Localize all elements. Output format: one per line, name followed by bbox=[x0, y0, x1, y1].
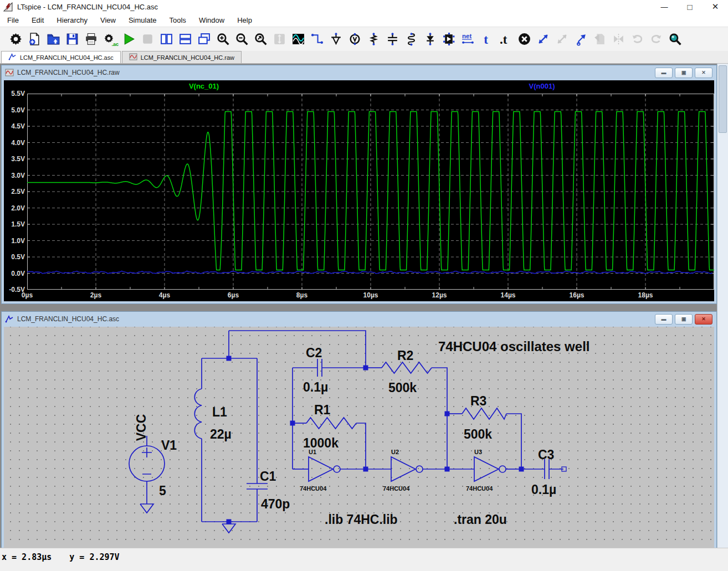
schematic-window-titlebar[interactable]: LCM_FRANCLIN_HCU04_HC.asc ▬ ▣ ✕ bbox=[2, 312, 716, 326]
wire-icon bbox=[310, 32, 324, 46]
toolbar-autorange-y-axis-button[interactable] bbox=[289, 30, 307, 48]
net-label-vcc[interactable]: VCC bbox=[134, 414, 148, 441]
toolbar-zoom-full-extents-button[interactable] bbox=[252, 30, 269, 48]
autorange-y-axis-icon bbox=[291, 32, 305, 46]
toolbar-find-button[interactable] bbox=[666, 30, 684, 48]
toolbar-spice-netlist-button[interactable]: net bbox=[459, 30, 476, 48]
wave-minimize-button[interactable]: ▬ bbox=[655, 68, 673, 78]
waveform-window-titlebar[interactable]: LCM_FRANCLIN_HCU04_HC.raw ▬ ▣ ✕ bbox=[2, 65, 716, 80]
mdi-scrollbar-thumb[interactable] bbox=[719, 65, 727, 133]
toolbar-delete-button[interactable] bbox=[515, 30, 533, 48]
toolbar-zoom-out-button[interactable] bbox=[233, 30, 250, 48]
toolbar-ground-button[interactable] bbox=[327, 30, 345, 48]
ref-C3[interactable]: C3 bbox=[538, 447, 554, 462]
legend-V(nc_01)[interactable]: V(nc_01) bbox=[168, 82, 240, 90]
value-C3[interactable]: 0.1µ bbox=[531, 482, 556, 497]
toolbar-diode-button[interactable] bbox=[421, 30, 439, 48]
trace-v-n001[interactable] bbox=[27, 271, 712, 274]
waveform-plot[interactable] bbox=[27, 94, 714, 290]
toolbar-new-schematic-button[interactable] bbox=[25, 30, 43, 48]
cursor-x-readout: x = 2.83µs bbox=[2, 552, 52, 562]
sch-restore-button[interactable]: ▣ bbox=[675, 314, 693, 325]
x-axis-label: 8µs bbox=[286, 291, 317, 299]
spice-directive-lib[interactable]: .lib 74HC.lib bbox=[325, 512, 398, 527]
wave-restore-button[interactable]: ▣ bbox=[675, 68, 693, 78]
value-L1[interactable]: 22µ bbox=[210, 427, 232, 441]
toolbar-tile-vertically-button[interactable] bbox=[157, 30, 175, 48]
titlebar[interactable]: LTspice - LCM_FRANCLIN_HCU04_HC.asc — □ … bbox=[0, 0, 728, 13]
window-title: LTspice - LCM_FRANCLIN_HCU04_HC.asc bbox=[17, 3, 158, 11]
toolbar-resistor-button[interactable] bbox=[365, 30, 382, 48]
value-U1[interactable]: 74HCU04 bbox=[300, 485, 327, 492]
toolbar-edit-simulation-cmd-button[interactable]: .ac bbox=[101, 30, 119, 48]
value-U3[interactable]: 74HCU04 bbox=[466, 485, 493, 492]
value-R3[interactable]: 500k bbox=[464, 427, 492, 441]
menu-tools[interactable]: Tools bbox=[165, 14, 191, 26]
schematic-file-icon bbox=[5, 315, 14, 323]
toolbar-label-net-button[interactable] bbox=[346, 30, 363, 48]
ref-U2[interactable]: U2 bbox=[391, 449, 399, 455]
menu-help[interactable]: Help bbox=[232, 14, 257, 26]
ref-R2[interactable]: R2 bbox=[397, 348, 413, 363]
toolbar-cascade-windows-button[interactable] bbox=[195, 30, 213, 48]
mdi-scrollbar[interactable] bbox=[717, 64, 728, 552]
toolbar-tile-horizontally-button[interactable] bbox=[176, 30, 194, 48]
menu-hierarchy[interactable]: Hierarchy bbox=[52, 14, 93, 26]
ref-C2[interactable]: C2 bbox=[306, 346, 322, 360]
value-V1[interactable]: 5 bbox=[159, 483, 166, 498]
toolbar-zoom-in-button[interactable] bbox=[214, 30, 232, 48]
y-axis-label: 5.0V bbox=[4, 106, 25, 114]
x-axis-label: 4µs bbox=[149, 291, 180, 299]
value-C2[interactable]: 0.1µ bbox=[303, 380, 328, 394]
ref-U3[interactable]: U3 bbox=[474, 449, 482, 455]
menu-view[interactable]: View bbox=[95, 14, 121, 26]
minimize-button[interactable]: — bbox=[652, 0, 677, 13]
tab-schematic[interactable]: LCM_FRANCLIN_HCU04_HC.asc bbox=[1, 51, 121, 63]
mirror-icon bbox=[612, 32, 626, 46]
toolbar-capacitor-button[interactable] bbox=[383, 30, 401, 48]
toolbar-inductor-button[interactable] bbox=[402, 30, 420, 48]
schematic-canvas[interactable]: V1 5 VCC L1 22µ C1 470p C2 0.1µ R1 1000k… bbox=[4, 327, 714, 549]
spice-directive-tran[interactable]: .tran 20u bbox=[454, 512, 507, 527]
tile-vertically-icon bbox=[160, 32, 173, 46]
ref-V1[interactable]: V1 bbox=[161, 438, 177, 452]
ref-R3[interactable]: R3 bbox=[470, 394, 486, 408]
tab-waveform[interactable]: LCM_FRANCLIN_HCU04_HC.raw bbox=[122, 51, 242, 63]
ref-C1[interactable]: C1 bbox=[260, 469, 276, 483]
sch-minimize-button[interactable]: ▬ bbox=[655, 314, 673, 325]
toolbar-open-file-button[interactable] bbox=[44, 30, 62, 48]
paste-icon bbox=[593, 32, 607, 46]
sch-close-button[interactable]: ✕ bbox=[695, 314, 712, 325]
toolbar-text-button[interactable]: t bbox=[478, 30, 495, 48]
ref-L1[interactable]: L1 bbox=[212, 405, 227, 419]
toolbar-move-button[interactable] bbox=[534, 30, 552, 48]
toolbar-save-button[interactable] bbox=[63, 30, 81, 48]
drag-icon bbox=[574, 32, 588, 46]
toolbar-wire-button[interactable] bbox=[308, 30, 326, 48]
legend-V(n001)[interactable]: V(n001) bbox=[506, 82, 578, 90]
wave-close-button[interactable]: ✕ bbox=[695, 68, 712, 78]
schematic-drawing[interactable]: V1 5 VCC L1 22µ C1 470p C2 0.1µ R1 1000k… bbox=[4, 327, 715, 551]
toolbar-control-panel-button[interactable] bbox=[7, 30, 24, 48]
menu-file[interactable]: File bbox=[2, 14, 24, 26]
menu-edit[interactable]: Edit bbox=[27, 14, 49, 26]
control-panel-icon bbox=[9, 32, 23, 46]
toolbar-drag-button[interactable] bbox=[572, 30, 589, 48]
waveform-pane[interactable]: V(nc_01)V(n001)5.5V5.0V4.5V4.0V3.5V3.0V2… bbox=[4, 80, 714, 301]
value-U2[interactable]: 74HCU04 bbox=[383, 485, 410, 492]
toolbar-run-button[interactable] bbox=[120, 30, 137, 48]
ref-U1[interactable]: U1 bbox=[309, 449, 316, 455]
menu-simulate[interactable]: Simulate bbox=[124, 14, 162, 26]
maximize-button[interactable]: □ bbox=[677, 0, 703, 13]
toolbar-print-button[interactable] bbox=[82, 30, 100, 48]
close-button[interactable]: ✕ bbox=[703, 0, 728, 13]
ref-R1[interactable]: R1 bbox=[314, 403, 331, 417]
redo-icon bbox=[649, 32, 663, 46]
value-R2[interactable]: 500k bbox=[388, 380, 417, 395]
menu-window[interactable]: Window bbox=[194, 14, 229, 26]
comment-annotation[interactable]: 74HCU04 oscillates well bbox=[438, 339, 589, 354]
toolbar-spice-directive-button[interactable]: .t bbox=[496, 30, 514, 48]
zoom-full-extents-icon bbox=[254, 32, 268, 46]
value-C1[interactable]: 470p bbox=[261, 497, 290, 511]
toolbar-component-button[interactable] bbox=[440, 30, 458, 48]
